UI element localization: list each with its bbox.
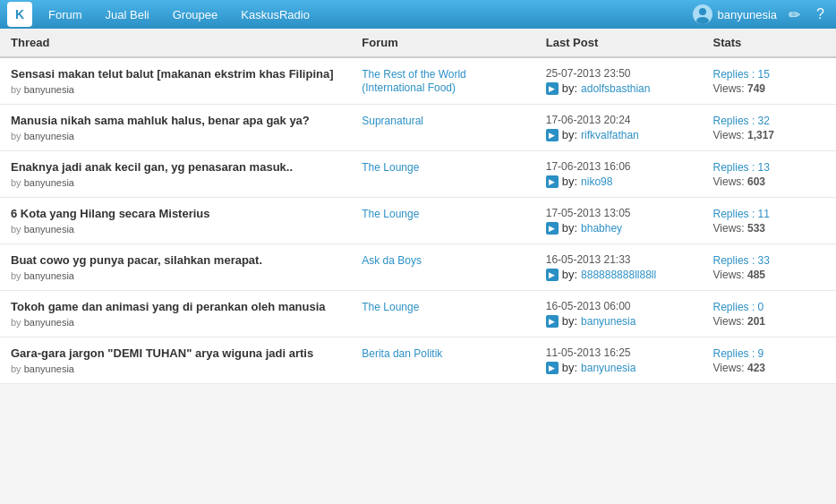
replies-link[interactable]: Replies : 15 — [713, 68, 770, 81]
replies-stat: Replies : 9 — [713, 346, 825, 360]
thread-author-name[interactable]: banyunesia — [24, 84, 74, 95]
main-content: Thread Forum Last Post Stats Sensasi mak… — [0, 29, 836, 384]
last-post-cell: 16-05-2013 06:00 ▶ by: banyunesia — [535, 291, 703, 337]
views-stat: Views: 749 — [713, 82, 825, 95]
header-thread: Thread — [0, 29, 351, 57]
stats-cell: Replies : 15 Views: 749 — [703, 57, 836, 105]
thread-cell: 6 Kota yang Hilang secara Misterius by b… — [0, 198, 351, 244]
forum-cell: The Lounge — [351, 291, 534, 337]
replies-link[interactable]: Replies : 32 — [713, 115, 770, 127]
thread-author: by banyunesia — [11, 224, 340, 235]
replies-link[interactable]: Replies : 11 — [713, 208, 770, 220]
thread-author: by banyunesia — [11, 177, 340, 188]
thread-author-name[interactable]: banyunesia — [24, 177, 74, 188]
thread-author-name[interactable]: banyunesia — [24, 270, 74, 281]
last-post-by: ▶ by: rifkvalfathan — [546, 128, 692, 141]
forum-link[interactable]: The Lounge — [362, 208, 419, 220]
svg-point-0 — [699, 8, 706, 15]
table-row: Sensasi makan telut balut [makanan ekstr… — [0, 57, 836, 105]
nav-items: Forum Jual Beli Groupee KaskusRadio — [38, 4, 693, 25]
forum-cell: The Lounge — [351, 151, 534, 198]
last-post-user[interactable]: banyunesia — [581, 362, 636, 374]
table-row: Manusia nikah sama mahluk halus, benar a… — [0, 105, 836, 151]
views-stat: Views: 423 — [713, 362, 825, 374]
user-info: banyunesia — [693, 4, 778, 24]
thread-title: Manusia nikah sama mahluk halus, benar a… — [11, 114, 340, 129]
nav-forum[interactable]: Forum — [38, 4, 93, 25]
replies-link[interactable]: Replies : 33 — [713, 254, 770, 267]
last-post-icon: ▶ — [546, 129, 559, 141]
last-post-user[interactable]: niko98 — [581, 175, 612, 188]
table-row: Buat cowo yg punya pacar, silahkan merap… — [0, 244, 836, 291]
thread-author-name[interactable]: banyunesia — [24, 131, 74, 141]
stats-cell: Replies : 11 Views: 533 — [703, 198, 836, 244]
nav-groupee[interactable]: Groupee — [162, 4, 229, 25]
svg-point-1 — [696, 17, 709, 24]
last-post-cell: 17-05-2013 13:05 ▶ by: bhabhey — [535, 198, 703, 244]
edit-icon[interactable]: ✏ — [784, 4, 805, 25]
last-post-cell: 17-06-2013 20:24 ▶ by: rifkvalfathan — [535, 105, 703, 151]
thread-cell: Manusia nikah sama mahluk halus, benar a… — [0, 105, 351, 151]
top-navigation: K Forum Jual Beli Groupee KaskusRadio ba… — [0, 0, 836, 29]
last-post-label: by: — [562, 361, 577, 374]
last-post-date: 17-06-2013 20:24 — [546, 114, 692, 126]
avatar[interactable] — [693, 4, 712, 24]
views-count: 201 — [747, 315, 765, 328]
site-logo[interactable]: K — [7, 2, 32, 27]
last-post-user[interactable]: adolfsbasthian — [581, 82, 650, 95]
last-post-by: ▶ by: banyunesia — [546, 361, 692, 374]
nav-kaskus-radio[interactable]: KaskusRadio — [230, 4, 320, 25]
views-count: 603 — [747, 175, 765, 188]
forum-link[interactable]: Ask da Boys — [362, 254, 422, 267]
last-post-user[interactable]: bhabhey — [581, 222, 622, 235]
views-stat: Views: 485 — [713, 269, 825, 281]
last-post-icon: ▶ — [546, 222, 559, 235]
last-post-user[interactable]: rifkvalfathan — [581, 129, 639, 141]
forum-cell: Ask da Boys — [351, 244, 534, 291]
thread-author-name[interactable]: banyunesia — [24, 317, 74, 328]
views-stat: Views: 1,317 — [713, 129, 825, 141]
last-post-cell: 25-07-2013 23:50 ▶ by: adolfsbasthian — [535, 57, 703, 105]
username-label: banyunesia — [718, 8, 778, 21]
last-post-icon: ▶ — [546, 362, 559, 374]
thread-cell: Tokoh game dan animasi yang di perankan … — [0, 291, 351, 337]
last-post-icon: ▶ — [546, 269, 559, 281]
replies-stat: Replies : 13 — [713, 160, 825, 174]
thread-title: Tokoh game dan animasi yang di perankan … — [11, 300, 340, 315]
forum-link[interactable]: The Rest of the World (International Foo… — [362, 68, 466, 94]
forum-link[interactable]: The Lounge — [362, 301, 419, 313]
nav-jual-beli[interactable]: Jual Beli — [95, 4, 160, 25]
stats-cell: Replies : 0 Views: 201 — [703, 291, 836, 337]
thread-cell: Buat cowo yg punya pacar, silahkan merap… — [0, 244, 351, 291]
views-count: 423 — [747, 362, 765, 374]
thread-author: by banyunesia — [11, 84, 340, 95]
thread-author: by banyunesia — [11, 270, 340, 281]
last-post-user[interactable]: 888888888ll88ll — [581, 269, 656, 281]
help-icon[interactable]: ? — [812, 4, 829, 24]
stats-cell: Replies : 13 Views: 603 — [703, 151, 836, 198]
last-post-date: 25-07-2013 23:50 — [546, 67, 692, 80]
views-stat: Views: 201 — [713, 315, 825, 328]
thread-author: by banyunesia — [11, 131, 340, 141]
table-row: Tokoh game dan animasi yang di perankan … — [0, 291, 836, 337]
replies-stat: Replies : 11 — [713, 207, 825, 220]
stats-cell: Replies : 9 Views: 423 — [703, 337, 836, 384]
forum-link[interactable]: Supranatural — [362, 115, 423, 127]
thread-author: by banyunesia — [11, 363, 340, 374]
last-post-icon: ▶ — [546, 175, 559, 188]
thread-title: Sensasi makan telut balut [makanan ekstr… — [11, 67, 340, 82]
forum-link[interactable]: Berita dan Politik — [362, 347, 442, 360]
last-post-date: 11-05-2013 16:25 — [546, 346, 692, 359]
last-post-icon: ▶ — [546, 82, 559, 95]
thread-author-name[interactable]: banyunesia — [24, 224, 74, 235]
replies-link[interactable]: Replies : 9 — [713, 347, 764, 360]
thread-author-name[interactable]: banyunesia — [24, 363, 74, 374]
forum-link[interactable]: The Lounge — [362, 161, 419, 174]
replies-link[interactable]: Replies : 13 — [713, 161, 770, 174]
last-post-user[interactable]: banyunesia — [581, 315, 636, 328]
replies-link[interactable]: Replies : 0 — [713, 301, 764, 313]
stats-cell: Replies : 33 Views: 485 — [703, 244, 836, 291]
last-post-label: by: — [562, 221, 577, 235]
last-post-date: 16-05-2013 21:33 — [546, 253, 692, 266]
views-stat: Views: 603 — [713, 175, 825, 188]
